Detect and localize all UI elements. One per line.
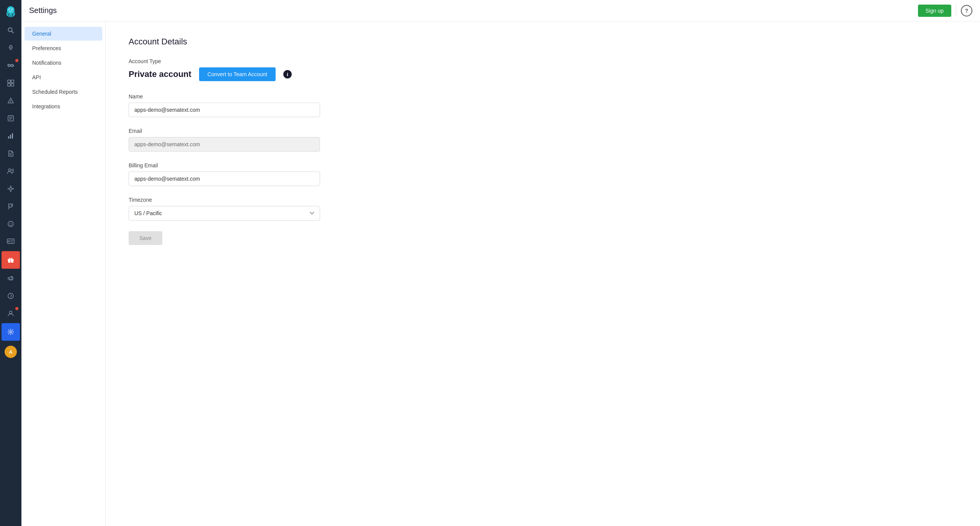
svg-rect-20: [8, 136, 9, 139]
convert-to-team-button[interactable]: Convert to Team Account: [199, 67, 276, 81]
account-type-label: Account Type: [129, 58, 957, 64]
page-title: Settings: [29, 6, 57, 15]
main-content: Account Details Account Type Private acc…: [106, 21, 980, 526]
svg-rect-11: [11, 80, 14, 83]
avatar-icon[interactable]: A: [0, 343, 21, 361]
name-input[interactable]: [129, 103, 320, 117]
svg-rect-10: [8, 80, 10, 83]
signup-button[interactable]: Sign up: [918, 5, 951, 17]
integrations-icon[interactable]: [0, 180, 21, 198]
announcements-icon[interactable]: [0, 270, 21, 287]
svg-line-6: [12, 31, 14, 33]
account-info-icon[interactable]: i: [283, 70, 292, 78]
svg-point-7: [10, 47, 11, 48]
alerts-icon[interactable]: [0, 92, 21, 109]
notification-badge: [15, 59, 18, 62]
timezone-label: Timezone: [129, 197, 957, 203]
metrics-icon[interactable]: [0, 127, 21, 145]
svg-point-28: [10, 186, 11, 187]
settings-sidebar: General Preferences Notifications API Sc…: [21, 21, 106, 526]
sidebar-item-integrations[interactable]: Integrations: [24, 100, 102, 113]
search-icon[interactable]: [0, 21, 21, 39]
settings-icon[interactable]: [2, 323, 20, 341]
svg-point-3: [9, 9, 10, 10]
logs-icon[interactable]: [0, 109, 21, 127]
timezone-field-group: Timezone US / Pacific US / Eastern US / …: [129, 197, 957, 221]
app-logo[interactable]: [0, 0, 21, 21]
svg-point-4: [12, 9, 13, 10]
svg-point-29: [10, 191, 11, 192]
svg-rect-22: [12, 133, 13, 139]
svg-point-0: [7, 6, 15, 14]
svg-point-33: [8, 221, 13, 227]
svg-point-25: [8, 169, 11, 171]
icon-sidebar: A: [0, 0, 21, 526]
header-divider: [956, 5, 956, 16]
email-input: [129, 137, 320, 152]
name-label: Name: [129, 93, 957, 100]
admin-badge: [15, 307, 18, 310]
account-type-section: Account Type Private account Convert to …: [129, 58, 957, 81]
billing-email-input[interactable]: [129, 172, 320, 186]
svg-rect-13: [11, 83, 14, 86]
svg-point-30: [8, 188, 9, 189]
sidebar-item-preferences[interactable]: Preferences: [24, 41, 102, 55]
name-field-group: Name: [129, 93, 957, 117]
profiler-icon[interactable]: [0, 233, 21, 250]
svg-point-15: [10, 102, 11, 103]
svg-point-35: [11, 223, 12, 224]
account-details-title: Account Details: [129, 37, 957, 47]
team-icon[interactable]: [0, 162, 21, 180]
sidebar-item-scheduled-reports[interactable]: Scheduled Reports: [24, 85, 102, 99]
email-field-group: Email: [129, 128, 957, 152]
svg-rect-12: [8, 83, 10, 86]
account-type-value: Private account: [129, 69, 191, 79]
svg-point-44: [10, 297, 11, 298]
svg-point-34: [10, 223, 10, 224]
header-right: Sign up ?: [918, 5, 972, 17]
save-button[interactable]: Save: [129, 231, 162, 245]
svg-point-31: [13, 188, 14, 189]
svg-point-27: [10, 188, 12, 190]
account-type-row: Private account Convert to Team Account …: [129, 67, 957, 81]
svg-point-45: [10, 311, 12, 314]
svg-rect-21: [10, 135, 11, 139]
sidebar-item-notifications[interactable]: Notifications: [24, 56, 102, 70]
gift-icon[interactable]: [2, 251, 20, 269]
sidebar-item-api[interactable]: API: [24, 70, 102, 84]
support-icon[interactable]: [0, 287, 21, 305]
top-header: Settings Sign up ?: [21, 0, 980, 21]
billing-email-label: Billing Email: [129, 162, 957, 168]
experience-icon[interactable]: [0, 215, 21, 233]
svg-point-26: [12, 169, 14, 171]
reports-icon[interactable]: [0, 145, 21, 162]
timezone-select[interactable]: US / Pacific US / Eastern US / Central U…: [129, 206, 320, 221]
rocket-icon[interactable]: [0, 39, 21, 57]
billing-email-field-group: Billing Email: [129, 162, 957, 186]
svg-point-46: [10, 331, 12, 333]
main-area: Settings Sign up ? General Preferences N…: [21, 0, 980, 526]
sidebar-item-general[interactable]: General: [24, 27, 102, 41]
dashboard-icon[interactable]: [0, 74, 21, 92]
help-icon[interactable]: ?: [961, 5, 972, 16]
flags-icon[interactable]: [0, 198, 21, 215]
svg-rect-36: [7, 239, 14, 243]
email-label: Email: [129, 128, 957, 134]
content-area: General Preferences Notifications API Sc…: [21, 21, 980, 526]
admin-icon[interactable]: [0, 305, 21, 322]
svg-point-37: [8, 240, 10, 242]
monitoring-icon[interactable]: [0, 57, 21, 74]
